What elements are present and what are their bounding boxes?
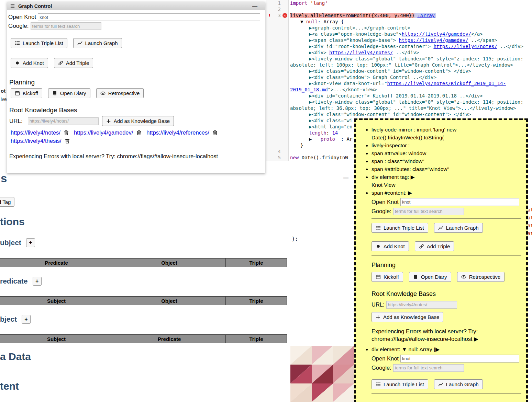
line-number: 5: [266, 154, 289, 161]
tree-line[interactable]: ▼ null: Array {: [290, 19, 532, 25]
add-knowledge-base-button[interactable]: Add as Knowledge Base: [102, 116, 174, 126]
launch-buttons-row: Launch Triple List Launch Graph: [11, 38, 262, 48]
table-header-cell: Object: [113, 258, 226, 267]
knowledge-base-link[interactable]: https://lively4/notes/: [11, 129, 60, 136]
kickoff-button[interactable]: Kickoff: [372, 272, 403, 282]
kickoff-button[interactable]: Kickoff: [11, 88, 42, 98]
tree-line[interactable]: ▶<knot-view data-knot-url="https://livel…: [290, 80, 532, 93]
launch-triple-list-button[interactable]: Launch Triple List: [11, 38, 67, 48]
window-titlebar[interactable]: Graph Control —: [7, 2, 265, 10]
tree-segment: ▶<div class="window-content" id="window-…: [309, 68, 471, 74]
cut-code-fragment: at: [528, 215, 532, 220]
launch-graph-button[interactable]: Launch Graph: [434, 379, 483, 389]
tree-line[interactable]: ▶<div id="container"> Kickoff 2019.01.14…: [290, 93, 532, 99]
line-chart-icon: [77, 41, 82, 46]
window-title: Graph Control: [18, 3, 52, 9]
delete-knowledge-base-button[interactable]: [212, 130, 218, 136]
open-diary-button[interactable]: Open Diary: [409, 272, 451, 282]
tooltip-item-text: div element tag: ▶: [372, 174, 415, 180]
tooltip-item: span attrValue: window: [372, 149, 521, 157]
add-predicate-button[interactable]: +: [33, 277, 42, 286]
add-tag-button[interactable]: d Tag: [0, 197, 14, 207]
knowledge-base-url-input[interactable]: [28, 117, 99, 125]
minimize-button[interactable]: —: [252, 3, 262, 9]
planning-heading: Planning: [9, 79, 262, 86]
add-triple-button[interactable]: Add Triple: [415, 241, 454, 251]
add-object-button[interactable]: +: [22, 315, 31, 324]
tooltip-item-text: div element: ▼ null: Array {▶: [372, 346, 440, 352]
tree-segment: ▶<div class="window-content" id="window-…: [309, 112, 471, 117]
editor-line: !3× lively.allElementsFromPoint({x:400, …: [266, 12, 532, 19]
knowledge-base-url-input[interactable]: [386, 301, 457, 309]
root-knowledge-bases-heading: Root Knowledge Bases: [9, 106, 262, 114]
add-subject-button[interactable]: +: [26, 238, 35, 247]
add-triple-button[interactable]: Add Triple: [54, 58, 93, 68]
google-search-input[interactable]: [393, 364, 464, 372]
tree-line[interactable]: ▶<span class="knowledge-base"> https://l…: [290, 37, 532, 43]
tree-line[interactable]: ▶<lively-window class="global" tabindex=…: [290, 99, 532, 111]
launch-triple-list-button[interactable]: Launch Triple List: [372, 379, 428, 389]
launch-graph-button[interactable]: Launch Graph: [434, 223, 483, 233]
add-knot-button[interactable]: Add Knot: [372, 241, 409, 251]
delete-knowledge-base-button[interactable]: [64, 130, 69, 136]
hamburger-menu-icon[interactable]: [10, 3, 15, 9]
google-search-input[interactable]: [393, 208, 464, 215]
tree-segment: ▶<html lang="en: [309, 124, 352, 129]
tree-line[interactable]: ▶<div class="window"> Graph Control ..</…: [290, 74, 532, 80]
tooltip-item: span : class="window": [372, 157, 521, 165]
knowledge-base-link[interactable]: https://lively4/thesis/: [11, 138, 62, 144]
link-icon: [419, 244, 424, 249]
inspector-tooltip: lively-code-mirror : import 'lang' new D…: [354, 118, 528, 402]
open-knot-input[interactable]: [38, 13, 260, 21]
tree-url-link[interactable]: https://lively4/notes/: [433, 44, 497, 49]
error-highlighted-code: lively.allElementsFromPoint({x:400, y:40…: [290, 13, 414, 18]
tree-line[interactable]: ▶<div id="root-knowledge-bases-container…: [290, 43, 532, 49]
trash-icon: [212, 130, 218, 136]
tree-line[interactable]: ▶<div class="window-content" id="window-…: [290, 111, 532, 117]
tree-line[interactable]: ▶<div class="window-content" id="window-…: [290, 68, 532, 74]
open-knot-input[interactable]: [400, 198, 519, 206]
launch-graph-button[interactable]: Launch Graph: [73, 38, 122, 48]
hidden-window-minimize-button[interactable]: —: [343, 175, 348, 181]
eye-icon: [461, 274, 466, 279]
add-knowledge-base-button[interactable]: Add as Knowledge Base: [372, 312, 443, 322]
tooltip-item: span #attributes: class="window": [372, 165, 521, 173]
table-header-cell: Triple: [225, 258, 287, 267]
plus-icon: [376, 315, 380, 320]
cut-heading-subject: ubject: [0, 239, 21, 247]
tree-url-link[interactable]: https://lively4/gamedev/: [402, 31, 471, 37]
knowledge-base-link[interactable]: https://lively4/references/: [146, 129, 209, 136]
button-label: Add as Knowledge Base: [383, 314, 439, 320]
delete-knowledge-base-button[interactable]: [65, 138, 70, 144]
result-type-link[interactable]: :Array: [414, 13, 436, 18]
window-content: Open Knot Google: Launch Triple List Lau…: [7, 10, 265, 160]
delete-knowledge-base-button[interactable]: [136, 130, 142, 136]
add-knot-button[interactable]: Add Knot: [11, 58, 48, 68]
tree-line[interactable]: ▶<a class="open-knowledge-base">https://…: [290, 31, 532, 37]
tree-line[interactable]: ▶<lively-window class="global" tabindex=…: [290, 56, 532, 68]
open-knot-input[interactable]: [400, 355, 519, 363]
tree-line[interactable]: ▶<graph-control>...</graph-control>: [290, 25, 532, 31]
open-knot-row: Open Knot: [8, 13, 262, 21]
open-knot-label: Open Knot: [8, 14, 36, 21]
button-label: Launch Graph: [446, 381, 479, 387]
code-line-2: [289, 6, 532, 12]
tree-url-link[interactable]: https://lively4/gamedev/: [399, 37, 468, 43]
tree-line[interactable]: ▶<div> https://lively4/notes/ ..</div>: [290, 49, 532, 56]
open-diary-button[interactable]: Open Diary: [48, 88, 90, 98]
line-chart-icon: [438, 382, 443, 387]
table-header-cell: Predicate: [113, 334, 226, 343]
knowledge-base-link[interactable]: https://lively4/gamedev/: [74, 129, 133, 136]
tree-url-link[interactable]: https://lively4/notes/: [329, 50, 393, 55]
tree-segment: : Array {: [318, 19, 344, 24]
cut-heading-object: bject: [0, 315, 17, 323]
launch-triple-list-button[interactable]: Launch Triple List: [372, 223, 428, 233]
tree-segment: null: [306, 19, 318, 24]
button-label: Kickoff: [384, 274, 399, 280]
retrospective-button[interactable]: Retrospective: [457, 272, 505, 282]
google-search-input[interactable]: [31, 22, 101, 30]
screen: ot V ive s d Tag tions ubject + Predicat…: [0, 0, 532, 402]
tree-segment: length: [309, 130, 326, 136]
trash-icon: [136, 130, 142, 136]
retrospective-button[interactable]: Retrospective: [96, 88, 144, 98]
